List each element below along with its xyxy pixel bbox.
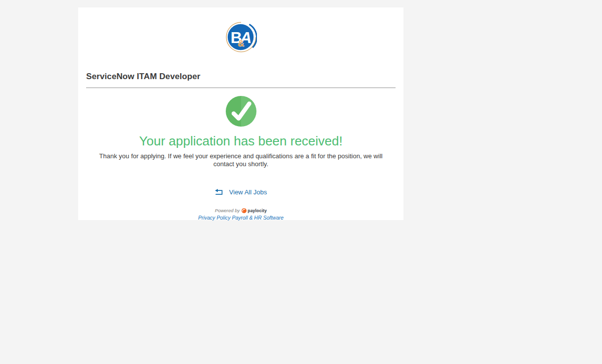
company-logo: B A & — [86, 21, 396, 53]
svg-text:&: & — [238, 38, 244, 48]
paylocity-brand-name: paylocity — [248, 208, 267, 213]
job-title: ServiceNow ITAM Developer — [86, 72, 396, 82]
footer: Powered by paylocity Privacy Policy Payr… — [86, 205, 396, 221]
privacy-policy-link[interactable]: Privacy Policy — [198, 215, 230, 221]
success-heading: Your application has been received! — [86, 134, 396, 149]
payroll-hr-software-link[interactable]: Payroll & HR Software — [232, 215, 283, 221]
ba-company-logo-icon: B A & — [225, 21, 257, 53]
powered-by-label: Powered by — [215, 208, 240, 213]
paylocity-logo-icon — [242, 208, 247, 213]
application-confirmation-card: B A & ServiceNow ITAM Developer Your app… — [78, 7, 403, 220]
return-arrow-icon — [215, 189, 223, 195]
divider — [86, 88, 396, 88]
success-message: Thank you for applying. If we feel your … — [93, 152, 390, 168]
success-check-icon — [225, 95, 257, 127]
view-all-jobs-label: View All Jobs — [229, 188, 267, 196]
paylocity-brand-link[interactable]: paylocity — [242, 208, 267, 213]
view-all-jobs-link[interactable]: View All Jobs — [215, 188, 267, 196]
